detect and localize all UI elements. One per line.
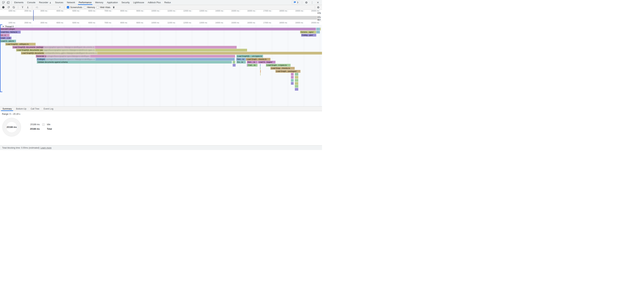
flame-event[interactable]: Generate: packages/bases/graphal-types/d… (36, 55, 235, 58)
time-tick-label: 8000 ms (112, 22, 127, 24)
flame-event[interactable] (291, 73, 294, 76)
history-dropdown[interactable]: #1 (35, 6, 62, 9)
flame-event[interactable] (295, 73, 298, 76)
flame-event[interactable] (295, 82, 298, 85)
time-tick-label: 11000 ms (160, 22, 175, 24)
web-vitals-checkbox-group[interactable]: Web Vitals (97, 6, 110, 9)
flame-event[interactable]: Load GraphQL documents: es/shared/schema… (21, 52, 322, 55)
flame-event[interactable]: Validate documents against schema (37, 61, 232, 64)
timeline-overview[interactable]: 1000 ms2000 ms3000 ms4000 ms5000 ms6000 … (0, 10, 322, 21)
flame-event[interactable]: executeCodegen (0, 28, 316, 30)
save-profile-icon[interactable] (26, 6, 30, 9)
thread-track-header[interactable]: Thread 0 (2, 25, 14, 28)
tab-bottom-up[interactable]: Bottom-Up (14, 107, 28, 111)
flame-event[interactable] (320, 28, 321, 30)
tab-console[interactable]: Console (25, 0, 37, 5)
tab-elements[interactable]: Elements (12, 0, 25, 5)
overview-cursor-line (33, 10, 34, 21)
flame-event[interactable] (316, 31, 320, 34)
flame-event-label: Genera…ages/ (300, 31, 314, 34)
flame-event[interactable]: Load GraphQL documents: packages/bases/g… (16, 49, 247, 52)
flame-event[interactable] (295, 76, 298, 79)
flame-event[interactable] (260, 70, 261, 73)
net-lane (0, 20, 320, 21)
issues-counter-button[interactable]: 3 (292, 1, 300, 5)
tab-label: Console (27, 1, 36, 4)
flame-event[interactable]: Codegen: packages/bases/graphal-types/sr… (37, 58, 235, 61)
flame-event[interactable] (260, 67, 260, 70)
thread-label: Thread 0 (5, 25, 14, 28)
record-button[interactable] (2, 6, 5, 9)
memory-checkbox-group[interactable]: Memory (84, 6, 95, 9)
flame-event[interactable] (291, 79, 294, 82)
device-toolbar-icon[interactable] (6, 0, 10, 5)
flame-event[interactable]: Load GraphQ…ed/types.ts (6, 43, 36, 46)
tab-adblock-plus[interactable]: Adblock Plus (146, 0, 162, 5)
flame-event[interactable]: Load Graph…/mocks.ts (246, 58, 270, 61)
tab-summary[interactable]: Summary (0, 107, 14, 111)
flame-event[interactable]: Gen…ts (236, 58, 246, 61)
clear-icon[interactable] (12, 6, 16, 9)
flame-event[interactable]: Gen….ts (247, 61, 258, 64)
donut-total-label: 20188 ms (7, 126, 17, 128)
flame-event[interactable]: Load …s.ts (0, 37, 12, 39)
reload-and-profile-icon[interactable] (7, 6, 10, 9)
flame-event[interactable]: Co…ts (236, 61, 246, 64)
checkbox-label: Memory (87, 6, 95, 9)
flame-event-label: Lo…s (0, 34, 6, 37)
flame-event[interactable] (260, 73, 260, 76)
legend-label: Idle (47, 123, 50, 126)
tab-sources[interactable]: Sources (53, 0, 65, 5)
flame-event[interactable] (291, 76, 294, 79)
trash-icon[interactable] (112, 6, 116, 9)
tab-event-log[interactable]: Event Log (42, 107, 56, 111)
flame-event[interactable]: Load GraphQL …urn-types.ts (236, 55, 263, 58)
tab-memory[interactable]: Memory (94, 0, 105, 5)
flame-event[interactable] (295, 88, 298, 91)
flame-event[interactable] (260, 64, 260, 67)
flame-event[interactable] (233, 64, 236, 67)
flame-event[interactable]: Load Graph…n-types.ts (266, 64, 290, 67)
flame-event[interactable] (291, 82, 294, 85)
flame-event[interactable]: Genera…ages/ (300, 31, 316, 34)
flame-event[interactable]: Load GraphQL documents: packagebases/gra… (12, 46, 237, 49)
kebab-menu-icon[interactable]: ⋮ (310, 0, 314, 5)
web-vitals-checkbox[interactable] (97, 6, 99, 9)
tab-lighthouse[interactable]: Lighthouse (131, 0, 146, 5)
tab-call-tree[interactable]: Call Tree (28, 107, 42, 111)
close-devtools-icon[interactable]: × (316, 0, 320, 5)
flame-event[interactable]: Load G…kages/ (258, 61, 276, 64)
flame-chart[interactable]: 1000 ms2000 ms3000 ms4000 ms5000 ms6000 … (0, 21, 322, 106)
tab-label: Memory (95, 1, 103, 4)
settings-gear-icon[interactable] (304, 0, 309, 5)
flame-event-label: Load …s.ts (0, 37, 11, 39)
load-profile-icon[interactable] (21, 6, 24, 9)
time-tick-label: 15000 ms (224, 22, 239, 24)
time-tick-label: 13000 ms (192, 22, 207, 24)
capture-settings-gear-icon[interactable] (316, 5, 320, 10)
screenshots-checkbox[interactable] (67, 6, 69, 9)
tab-network[interactable]: Network (65, 0, 77, 5)
flame-event[interactable]: Load Grap…/mocks.ts (270, 67, 295, 70)
time-tick-label: 2000 ms (16, 10, 31, 12)
flame-event[interactable]: Load Graph…packages/ (276, 70, 300, 73)
flame-event[interactable]: Load Gra…hema.ts (0, 31, 21, 34)
tab-application[interactable]: Application (105, 0, 120, 5)
memory-checkbox[interactable] (84, 6, 86, 9)
flame-event[interactable]: Load G…pes.ts (0, 40, 16, 43)
flame-events-area: executeCodegenLoad Gra…hema.tsGenera…age… (0, 28, 322, 106)
flame-event[interactable]: Codeg…ges/ (301, 34, 316, 37)
tab-recorder[interactable]: Recorder (37, 0, 53, 5)
flame-event[interactable]: Cod….ts (248, 64, 258, 67)
inspect-element-icon[interactable] (1, 0, 6, 5)
learn-more-link[interactable]: Learn more (40, 147, 52, 149)
flame-event[interactable]: Lo…s (0, 34, 10, 37)
tab-performance[interactable]: Performance (77, 0, 94, 5)
tab-redux[interactable]: Redux (162, 0, 173, 5)
flame-event[interactable] (295, 79, 298, 82)
flame-event[interactable] (295, 85, 298, 88)
flame-event[interactable] (316, 28, 320, 30)
screenshots-checkbox-group[interactable]: Screenshots (67, 6, 82, 9)
flame-event[interactable] (233, 61, 235, 64)
tab-security[interactable]: Security (120, 0, 131, 5)
